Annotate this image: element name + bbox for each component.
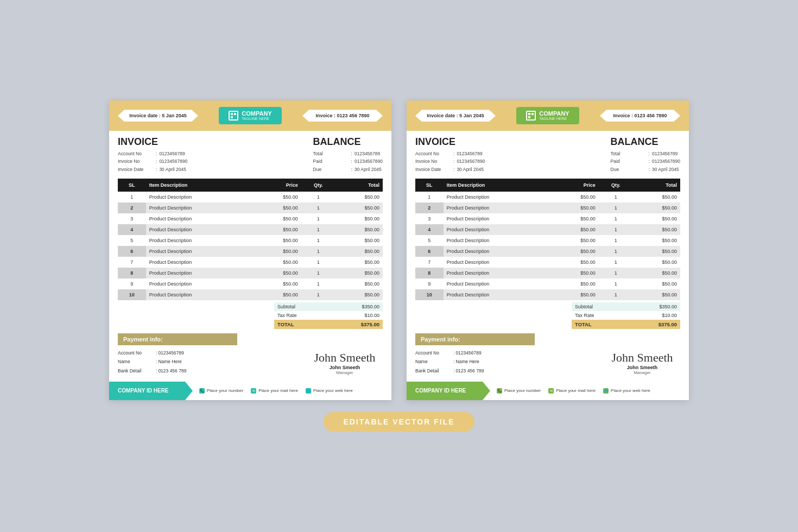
invoice1-invoice-section: INVOICE Account No:0123456789 Invoice No… [118,136,187,173]
invoice1-invdate-label: Invoice Date [118,166,155,173]
invoice1-phone-label: Place your number [207,388,243,393]
table-row: 7 Product Description $50.00 1 $50.00 [415,257,680,268]
td-price: $50.00 [254,235,301,246]
invoice1-invdate-value: 30 April 2045 [159,166,186,173]
td-desc: Product Description [146,192,254,202]
invoice2-th-sl: SL [415,179,444,192]
svg-rect-0 [231,113,233,115]
td-sl: 9 [118,278,146,289]
td-qty: 1 [301,224,335,235]
td-desc: Product Description [146,278,254,289]
td-sl: 7 [118,257,146,268]
invoice2-mail-label: Place your mail here [556,388,596,393]
invoice1-subtotal-value: $350.00 [362,304,379,309]
td-total: $50.00 [335,257,383,268]
td-desc: Product Description [444,278,552,289]
td-sl: 5 [118,235,146,246]
invoice1-totals-table: Subtotal $350.00 Tax Rate $10.00 TOTAL $… [274,302,383,329]
svg-rect-3 [528,113,530,115]
invoice1-tagline: TAGLINE HERE [242,117,271,121]
invoice1-date-pill: Invoice date : 5 Jan 2045 [118,110,198,122]
invoice2-invno-value: 01234567890 [457,157,485,165]
invoice1-pay-name-colon: : [156,357,157,366]
invoice2-paid-value: 01234567890 [652,157,680,165]
td-qty: 1 [599,278,633,289]
td-qty: 1 [301,257,335,268]
web-icon: 🌐 [306,388,311,394]
invoice2-footer-web: 🌐 Place your web here [603,388,650,394]
td-qty: 1 [599,246,633,257]
td-qty: 1 [301,235,335,246]
invoice1-due-value: 30 April 2045 [354,166,382,173]
invoice2-logo-icon [526,111,536,121]
invoice2-subtotal-row: Subtotal $350.00 [572,302,680,311]
td-qty: 1 [599,192,633,202]
td-price: $50.00 [254,192,301,202]
td-desc: Product Description [444,246,552,257]
invoice1-tax-row: Tax Rate $10.00 [274,311,383,320]
td-desc: Product Description [444,192,552,202]
td-qty: 1 [599,213,633,224]
td-total: $50.00 [335,278,383,289]
invoice2-footer-contacts: 📞 Place your number ✉ Place your mail he… [490,388,650,394]
invoice1-footer-web: 🌐 Place your web here [306,388,353,394]
table-row: 7 Product Description $50.00 1 $50.00 [118,257,383,268]
invoice2-paid-label: Paid [611,157,648,165]
td-total: $50.00 [633,257,680,268]
td-desc: Product Description [444,202,552,213]
invoice1-invoice-title: INVOICE [118,136,187,148]
invoice1-footer-phone: 📞 Place your number [199,388,243,394]
invoice1-mail-label: Place your mail here [258,388,298,393]
invoice1-th-sl: SL [118,179,146,192]
td-sl: 10 [415,289,444,300]
svg-rect-5 [528,116,530,118]
td-price: $50.00 [254,202,301,213]
invoice1-signature-script: John Smeeth [307,352,383,364]
invoice1-paid-label: Paid [313,157,350,165]
td-price: $50.00 [552,235,599,246]
table-row: 3 Product Description $50.00 1 $50.00 [118,213,383,224]
invoice1-pay-bank-label: Bank Detail [118,366,155,375]
td-desc: Product Description [146,257,254,268]
td-qty: 1 [301,289,335,300]
td-price: $50.00 [254,224,301,235]
table-row: 9 Product Description $50.00 1 $50.00 [118,278,383,289]
invoice2-header-bar: Invoice date : 5 Jan 2045 COMPANY TAGLIN… [415,107,680,124]
td-price: $50.00 [254,289,301,300]
invoice2-subtotal-value: $350.00 [659,304,677,309]
td-total: $50.00 [633,235,680,246]
invoice1-date-value: 5 Jan 2045 [162,113,187,118]
td-total: $50.00 [335,268,383,278]
td-sl: 2 [415,202,444,213]
td-sl: 1 [118,192,146,202]
invoice2-date-pill: Invoice date : 5 Jan 2045 [415,110,496,122]
invoice2-th-qty: Qty. [599,179,633,192]
invoice1-sig-title: Manager [307,370,383,375]
td-price: $50.00 [552,213,599,224]
invoice2-pay-name-value: Name Here [455,357,479,366]
td-price: $50.00 [254,268,301,278]
invoice2-top-band: Invoice date : 5 Jan 2045 COMPANY TAGLIN… [407,100,689,131]
invoice1-balance-section: BALANCE Total:0123456789 Paid:0123456789… [313,136,383,173]
invoice2-footer-mail: ✉ Place your mail here [548,388,596,394]
invoice2-table: SL Item Description Price Qty. Total 1 P… [415,179,680,300]
invoice1-logo-icon [229,111,238,121]
invoice2-signature-box: John Smeeth John Smeeth Manager [604,352,680,375]
invoice2-pay-acct-value: 0123456789 [455,349,481,357]
table-row: 3 Product Description $50.00 1 $50.00 [415,213,680,224]
td-sl: 8 [118,268,146,278]
invoice1-footer-company: COMPANY ID HERE [109,382,185,400]
mail-icon: ✉ [251,388,256,394]
invoice1-th-qty: Qty. [301,179,335,192]
td-qty: 1 [301,192,335,202]
td-qty: 1 [301,202,335,213]
invoice2-pay-bank-value: 0123 456 789 [455,366,484,375]
invoice2-invdate-label: Invoice Date [415,166,452,173]
invoice1-grand-total-row: TOTAL $375.00 [274,320,383,329]
td-desc: Product Description [444,268,552,278]
invoice2-subtotal-label: Subtotal [575,304,593,309]
invoice2-tagline: TAGLINE HERE [539,117,569,121]
invoice2-th-desc: Item Description [444,179,552,192]
invoice2-invoice-label: Invoice : 0123 456 7890 [613,113,667,118]
table-row: 5 Product Description $50.00 1 $50.00 [415,235,680,246]
